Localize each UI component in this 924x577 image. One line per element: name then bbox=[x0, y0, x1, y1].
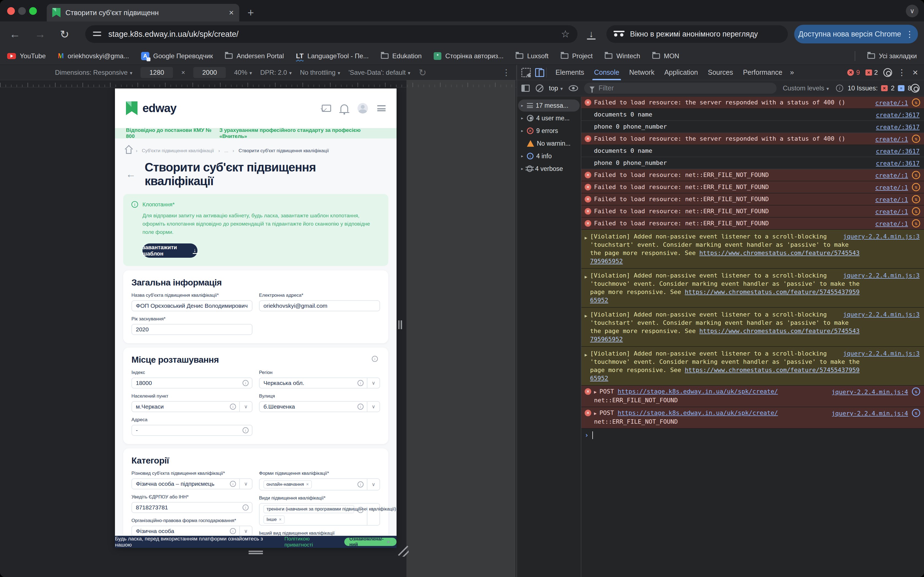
text-field[interactable]: 8718273781i bbox=[131, 502, 252, 513]
close-window-button[interactable] bbox=[7, 7, 15, 15]
source-link[interactable]: create/:1 bbox=[876, 208, 908, 216]
text-field[interactable]: Фізична особаi∨ bbox=[131, 525, 252, 537]
bookmark-item[interactable]: YouTube bbox=[7, 52, 46, 60]
multiselect-field[interactable]: онлайн-навчання×i∨ bbox=[259, 479, 380, 490]
source-link[interactable]: create/:3617 bbox=[876, 147, 919, 156]
sidebar-item-4-user-me-[interactable]: ▸4 user me... bbox=[518, 112, 580, 124]
browser-tab[interactable]: Створити суб'єкт підвищенн × bbox=[47, 4, 239, 21]
sidebar-item-17-messa-[interactable]: ▸17 messa... bbox=[518, 100, 580, 111]
info-icon[interactable]: i bbox=[357, 507, 363, 513]
fullscreen-window-button[interactable] bbox=[29, 7, 37, 15]
text-field[interactable]: -i bbox=[131, 425, 252, 436]
sidebar-item-4-info[interactable]: ▸i4 info bbox=[518, 150, 580, 162]
tab-sources[interactable]: Sources bbox=[703, 65, 738, 80]
forward-icon[interactable]: → bbox=[35, 28, 46, 40]
new-tab-button[interactable]: + bbox=[247, 8, 254, 17]
console-filter-input[interactable]: Filter bbox=[584, 83, 777, 94]
breadcrumb-item[interactable]: ... bbox=[225, 148, 228, 153]
menu-icon[interactable] bbox=[377, 105, 386, 111]
console-message-badge[interactable]: ✕2 bbox=[866, 69, 878, 76]
info-icon[interactable]: i bbox=[242, 380, 249, 386]
reveal-request-icon[interactable]: ⇅ bbox=[912, 387, 920, 396]
expand-icon[interactable]: ▶ bbox=[585, 234, 587, 242]
source-link[interactable]: create/:3617 bbox=[876, 111, 919, 119]
throttling-dropdown[interactable]: No throttling▾ bbox=[300, 69, 340, 76]
reveal-request-icon[interactable]: ⇅ bbox=[912, 207, 920, 215]
minimize-window-button[interactable] bbox=[18, 7, 26, 15]
source-link[interactable]: jquery-2.2.4.min.js:4 bbox=[832, 388, 908, 396]
info-icon[interactable]: i bbox=[357, 380, 363, 386]
info-icon[interactable]: i bbox=[242, 427, 249, 433]
source-link[interactable]: create/:1 bbox=[876, 99, 908, 107]
text-field[interactable]: Черкаська обл.i∨ bbox=[259, 377, 380, 388]
source-link[interactable]: create/:1 bbox=[876, 184, 908, 192]
source-link[interactable]: jquery-2.2.4.min.js:3 bbox=[843, 311, 919, 319]
info-icon[interactable]: i bbox=[357, 481, 363, 487]
info-icon[interactable]: i bbox=[242, 504, 249, 511]
expand-icon[interactable]: ▶ bbox=[585, 273, 587, 281]
source-link[interactable]: jquery-2.2.4.min.js:3 bbox=[843, 271, 919, 280]
sidebar-item-4-verbose[interactable]: ▸4 verbose bbox=[518, 163, 580, 175]
back-icon[interactable]: ← bbox=[9, 28, 20, 40]
text-field[interactable]: 2020 bbox=[131, 324, 252, 335]
reveal-request-icon[interactable]: ⇅ bbox=[912, 135, 920, 143]
browser-menu-icon[interactable]: ⋮ bbox=[906, 29, 914, 39]
console-error-badge[interactable]: ✕9 bbox=[847, 69, 859, 76]
expand-icon[interactable]: ▸ bbox=[520, 116, 524, 121]
viewport-height-input[interactable]: 2000 bbox=[193, 67, 226, 78]
window-chevron-button[interactable]: ∨ bbox=[906, 5, 919, 17]
text-field[interactable]: б.Шевченкаi∨ bbox=[259, 401, 380, 412]
devtools-close-icon[interactable]: × bbox=[911, 67, 919, 78]
bookmark-item[interactable]: LTLanguageTool - Пе... bbox=[296, 52, 368, 60]
viewport-width-input[interactable]: 1280 bbox=[141, 67, 173, 78]
request-url-link[interactable]: https://stage.k8s.edway.in.ua/uk/spk/cre… bbox=[618, 409, 778, 416]
bookmark-item[interactable]: *Сторінка авториз... bbox=[434, 52, 504, 60]
text-field[interactable]: Фізична особа – підприємецьi∨ bbox=[131, 479, 252, 489]
expand-icon[interactable]: ▸ bbox=[520, 128, 524, 133]
info-icon[interactable]: i bbox=[357, 404, 363, 410]
live-expression-icon[interactable] bbox=[569, 85, 578, 91]
expand-icon[interactable]: ▸ bbox=[520, 166, 524, 171]
info-icon[interactable]: i bbox=[372, 356, 378, 362]
reveal-request-icon[interactable]: ⇅ bbox=[912, 183, 920, 191]
chromestatus-link[interactable]: https://www.chromestatus.com/feature/574… bbox=[590, 250, 859, 264]
downloads-icon[interactable]: ↓ bbox=[586, 29, 597, 40]
dimensions-dropdown[interactable]: Dimensions: Responsive▾ bbox=[55, 69, 132, 76]
chevron-down-icon[interactable]: ∨ bbox=[240, 528, 252, 534]
bookmark-item[interactable]: Project bbox=[561, 52, 593, 60]
issues-counter[interactable]: 10 Issues: ✕2 ≡8 bbox=[848, 84, 911, 92]
bookmark-star-icon[interactable]: ☆ bbox=[561, 28, 570, 40]
devtools-settings-icon[interactable] bbox=[883, 68, 892, 77]
chevron-down-icon[interactable]: ∨ bbox=[367, 380, 380, 386]
viewport-resize-handle-right[interactable] bbox=[398, 321, 402, 329]
chromestatus-link[interactable]: https://www.chromestatus.com/feature/574… bbox=[590, 327, 859, 343]
address-bar[interactable]: stage.k8s.edway.in.ua/uk/spk/create/ ☆ bbox=[85, 25, 577, 43]
device-toolbar-toggle-icon[interactable] bbox=[535, 68, 542, 77]
tab-performance[interactable]: Performance bbox=[738, 65, 787, 80]
edway-logo-icon[interactable] bbox=[126, 102, 137, 115]
expand-icon[interactable]: ▶ bbox=[585, 312, 587, 320]
source-link[interactable]: create/:3617 bbox=[876, 160, 919, 168]
bookmark-item[interactable]: MON bbox=[652, 52, 679, 60]
bookmark-item[interactable]: Wintech bbox=[605, 52, 640, 60]
console-sidebar-toggle-icon[interactable] bbox=[522, 85, 530, 92]
chip-remove-icon[interactable]: × bbox=[279, 517, 281, 522]
tab-network[interactable]: Network bbox=[624, 65, 659, 80]
chevron-down-icon[interactable]: ∨ bbox=[240, 404, 252, 410]
tab-close-icon[interactable]: × bbox=[229, 8, 234, 17]
privacy-policy-link[interactable]: Політикою приватності bbox=[284, 536, 339, 548]
request-url-link[interactable]: https://stage.k8s.edway.in.ua/uk/spk/cre… bbox=[618, 388, 778, 395]
console-prompt[interactable]: › bbox=[582, 429, 924, 439]
bookmark-item[interactable]: Moriekhovskyi@gma... bbox=[58, 52, 129, 60]
reload-icon[interactable]: ↻ bbox=[60, 28, 69, 41]
breadcrumb-item[interactable]: Суб'єкти підвищення кваліфікації bbox=[142, 148, 214, 153]
console-settings-icon[interactable] bbox=[911, 84, 919, 93]
bookmark-item[interactable]: Andersen Portal bbox=[225, 52, 284, 60]
chevron-down-icon[interactable]: ∨ bbox=[240, 481, 252, 487]
expand-icon[interactable]: ▸ bbox=[520, 103, 524, 108]
back-arrow-icon[interactable]: ← bbox=[126, 168, 136, 180]
expand-icon[interactable]: ▶ bbox=[594, 389, 597, 395]
expand-icon[interactable]: ▶ bbox=[594, 411, 597, 416]
text-field[interactable]: oriekhovskyi@gmail.com bbox=[259, 300, 380, 311]
tab-application[interactable]: Application bbox=[659, 65, 703, 80]
